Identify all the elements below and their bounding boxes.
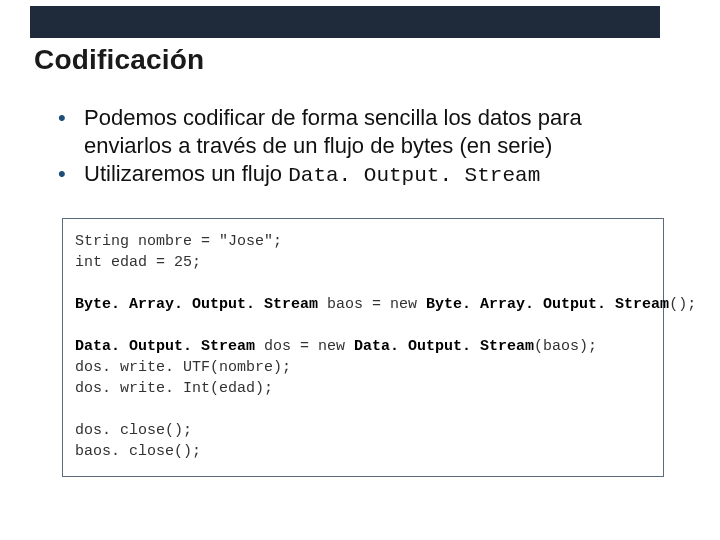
- code-block: String nombre = "Jose"; int edad = 25; B…: [62, 218, 664, 477]
- bullet-text: Podemos codificar de forma sencilla los …: [84, 104, 662, 160]
- slide: Codificación • Podemos codificar de form…: [0, 0, 720, 540]
- list-item: • Podemos codificar de forma sencilla lo…: [58, 104, 662, 160]
- bullet-list: • Podemos codificar de forma sencilla lo…: [58, 104, 662, 190]
- list-item: • Utilizaremos un flujo Data. Output. St…: [58, 160, 662, 190]
- bullet-icon: •: [58, 104, 84, 132]
- bullet-text: Utilizaremos un flujo Data. Output. Stre…: [84, 160, 540, 190]
- title-bar: [30, 6, 660, 38]
- slide-title: Codificación: [34, 44, 204, 76]
- bullet-icon: •: [58, 160, 84, 188]
